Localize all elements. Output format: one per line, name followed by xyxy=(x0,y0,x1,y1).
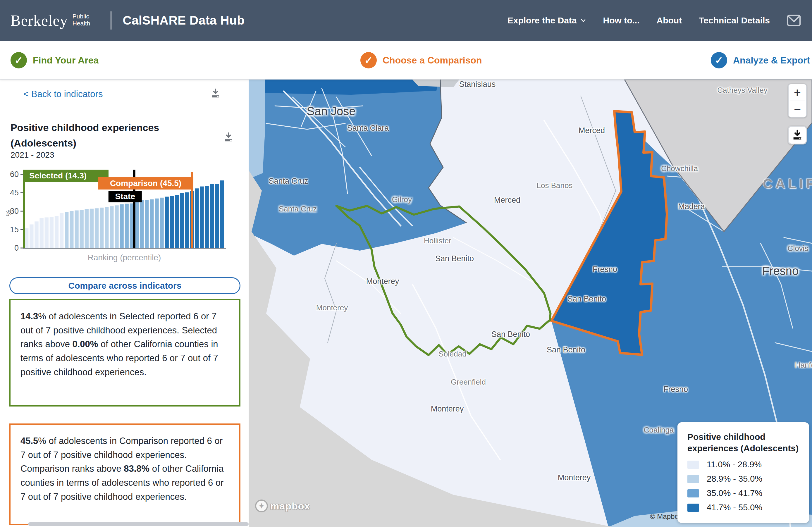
y-tick-label: 45 xyxy=(10,188,19,197)
map-attribution[interactable]: © Mapbox xyxy=(650,512,679,521)
map-label-merced: Merced xyxy=(579,126,605,135)
ranking-bar[interactable] xyxy=(205,186,209,248)
nav-item-explore-the-data[interactable]: Explore the Data xyxy=(508,15,586,26)
ranking-bar[interactable] xyxy=(180,193,184,248)
legend-title: Positive childhood experiences (Adolesce… xyxy=(687,431,799,454)
ranking-bar[interactable] xyxy=(165,196,169,248)
compare-across-indicators-button[interactable]: Compare across indicators xyxy=(9,277,241,294)
ranking-bar[interactable] xyxy=(40,218,43,248)
map-download-button[interactable] xyxy=(788,126,807,145)
state-label: State xyxy=(115,192,135,201)
ranking-bar[interactable] xyxy=(90,209,93,248)
horizontal-scrollbar[interactable] xyxy=(28,522,249,526)
map-label-clovis: Clovis xyxy=(788,244,809,253)
ranking-bar[interactable] xyxy=(95,208,99,248)
map-label-monterey: Monterey xyxy=(558,473,591,482)
map-label-soledad: Soledad xyxy=(438,350,466,358)
map-label-fresno: Fresno xyxy=(593,265,617,274)
ranking-bar[interactable] xyxy=(150,200,154,248)
legend-range: 11.0% - 28.9% xyxy=(707,460,762,469)
nav-item-technical-details[interactable]: Technical Details xyxy=(699,15,770,26)
map-legend: Positive childhood experiences (Adolesce… xyxy=(678,422,809,523)
ranking-bar[interactable] xyxy=(140,200,144,248)
ranking-bar[interactable] xyxy=(75,210,78,248)
y-tick-label: 60 xyxy=(10,170,19,179)
map-label-santa-cruz: Santa Cruz xyxy=(269,177,308,186)
ranking-bar[interactable] xyxy=(160,198,163,248)
ranking-bar[interactable] xyxy=(145,200,149,248)
back-to-indicators-link[interactable]: < Back to indicators xyxy=(24,89,103,100)
ranking-bar[interactable] xyxy=(60,213,63,248)
back-row: < Back to indicators xyxy=(0,79,249,112)
ranking-bar[interactable] xyxy=(125,204,129,248)
ranking-bar[interactable] xyxy=(64,212,69,248)
legend-row: 41.7% - 55.0% xyxy=(687,503,799,512)
mapbox-icon: ✦ xyxy=(255,499,268,512)
choropleth-map[interactable]: StanislausSan JoseSanta ClaraMercedCathe… xyxy=(249,79,812,527)
ranking-bar[interactable] xyxy=(85,209,89,248)
download-icon[interactable] xyxy=(223,132,234,144)
y-axis-label: % xyxy=(6,209,13,216)
ranking-bar[interactable] xyxy=(185,192,189,248)
ranking-bar[interactable] xyxy=(195,188,199,248)
ranking-bar[interactable] xyxy=(25,228,28,248)
x-axis-label: Ranking (percentile) xyxy=(88,253,161,262)
ranking-bar[interactable] xyxy=(215,184,219,248)
ranking-bar[interactable] xyxy=(100,208,104,248)
download-icon[interactable] xyxy=(210,88,221,100)
chevron-down-icon xyxy=(580,17,586,24)
map-label-fresno: Fresno xyxy=(663,385,688,394)
ranking-bar[interactable] xyxy=(220,180,224,248)
step-label: Analyze & Export xyxy=(733,55,810,66)
divider xyxy=(8,112,241,112)
selected-summary-box: 14.3% of adolescents in Selected reporte… xyxy=(9,299,241,407)
ranking-bar[interactable] xyxy=(34,221,38,248)
legend-swatch xyxy=(687,503,699,512)
ranking-bar[interactable] xyxy=(50,217,54,248)
map-zoom-control: + − xyxy=(788,84,807,118)
zoom-out-button[interactable]: − xyxy=(788,101,806,118)
comparison-label: Comparison (45.5) xyxy=(110,179,182,188)
ranking-bar[interactable] xyxy=(175,195,179,248)
map-label-fresno: Fresno xyxy=(762,264,799,278)
ranking-bar[interactable] xyxy=(45,217,48,248)
map-label-san-jose: San Jose xyxy=(307,105,356,118)
ranking-bar[interactable] xyxy=(200,187,204,248)
ranking-bar[interactable] xyxy=(155,199,159,248)
step-find-your-area[interactable]: ✓Find Your Area xyxy=(11,41,99,79)
ranking-bar[interactable] xyxy=(105,207,108,248)
legend-swatch xyxy=(687,489,699,497)
ranking-bar[interactable] xyxy=(170,196,174,248)
ranking-bar[interactable] xyxy=(30,224,33,248)
ranking-bar[interactable] xyxy=(135,202,139,248)
step-choose-a-comparison[interactable]: ✓Choose a Comparison xyxy=(360,41,482,79)
map-label-santa-cruz: Santa Cruz xyxy=(279,204,317,214)
ranking-bar[interactable] xyxy=(120,204,124,248)
ranking-bar[interactable] xyxy=(115,205,118,248)
y-tick-label: 0 xyxy=(14,244,19,252)
zoom-in-button[interactable]: + xyxy=(788,84,806,101)
ranking-bar[interactable] xyxy=(55,216,58,248)
step-label: Find Your Area xyxy=(33,55,99,66)
mapbox-logo[interactable]: ✦ mapbox xyxy=(255,499,310,512)
workflow-steps-bar: ✓Find Your Area✓Choose a Comparison✓Anal… xyxy=(0,41,812,79)
app-header: Berkeley Public Health CalSHARE Data Hub… xyxy=(0,0,812,41)
ranking-bar-chart: 015304560%Ranking (percentile)Selected (… xyxy=(6,163,241,268)
map-label-stanislaus: Stanislaus xyxy=(459,80,496,89)
nav-item-about[interactable]: About xyxy=(656,15,682,26)
map-label-hanford: Hanford xyxy=(795,361,812,370)
map-label-monterey: Monterey xyxy=(316,303,348,312)
ranking-bar[interactable] xyxy=(70,211,73,248)
map-label-los-banos: Los Banos xyxy=(537,181,573,190)
check-icon: ✓ xyxy=(360,52,377,69)
ranking-bar[interactable] xyxy=(79,210,83,248)
ranking-bar[interactable] xyxy=(210,184,214,248)
mail-icon[interactable] xyxy=(787,14,801,27)
step-analyze-export[interactable]: ✓Analyze & Export xyxy=(711,41,810,79)
legend-range: 41.7% - 55.0% xyxy=(707,503,762,512)
berkeley-logo[interactable]: Berkeley Public Health CalSHARE Data Hub xyxy=(11,0,245,41)
nav-item-how-to[interactable]: How to... xyxy=(603,15,640,26)
map-label-coalinga: Coalinga xyxy=(644,425,674,435)
public-health-wordmark: Public Health xyxy=(73,13,90,27)
ranking-bar[interactable] xyxy=(110,206,114,248)
